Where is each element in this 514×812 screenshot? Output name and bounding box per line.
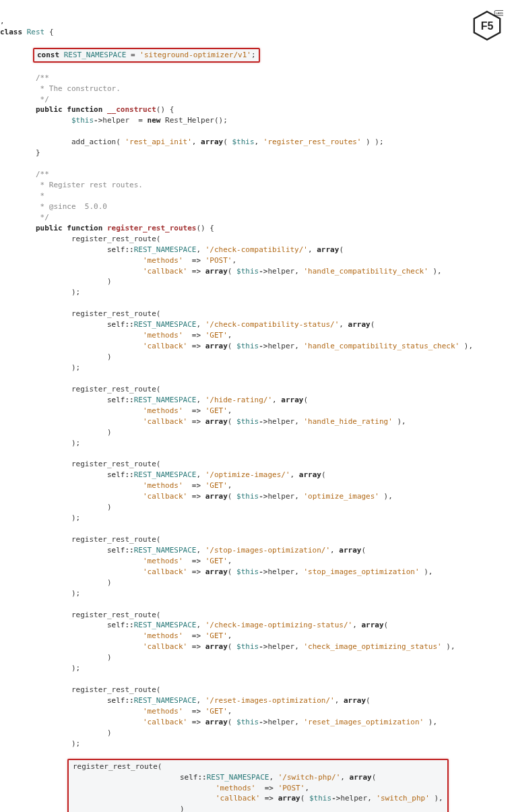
f5-labs-logo: F5 LABS — [471, 9, 503, 42]
svg-text:LABS: LABS — [496, 11, 503, 15]
route-block: register_rest_route( self::REST_NAMESPAC… — [0, 385, 406, 447]
comment: */ — [36, 213, 49, 222]
route-block: register_rest_route( self::REST_NAMESPAC… — [0, 460, 393, 522]
route-block: register_rest_route( self::REST_NAMESPAC… — [0, 535, 432, 598]
code-block: , class Rest { const REST_NAMESPACE = 's… — [0, 0, 514, 812]
comment: * @since 5.0.0 — [36, 202, 107, 211]
comment: /** — [36, 73, 49, 82]
route-block: register_rest_route( self::REST_NAMESPAC… — [0, 235, 442, 297]
fn-register-rest-routes: register_rest_routes — [107, 224, 196, 232]
comment: /** — [36, 170, 49, 179]
route-block: register_rest_route( self::REST_NAMESPAC… — [0, 685, 437, 748]
route-block: register_rest_route( self::REST_NAMESPAC… — [0, 309, 473, 372]
comment: */ — [36, 95, 49, 104]
keyword-class: class — [0, 28, 22, 36]
highlight-namespace-const: const REST_NAMESPACE = 'siteground-optim… — [33, 48, 260, 63]
svg-text:F5: F5 — [481, 20, 494, 32]
class-name: Rest — [27, 28, 45, 36]
fn-construct: __construct — [107, 105, 156, 114]
comment: * Register rest routes. — [36, 181, 143, 189]
comment: * The constructor. — [36, 84, 121, 93]
comment: * — [36, 191, 44, 200]
route-block: register_rest_route( self::REST_NAMESPAC… — [0, 611, 455, 673]
